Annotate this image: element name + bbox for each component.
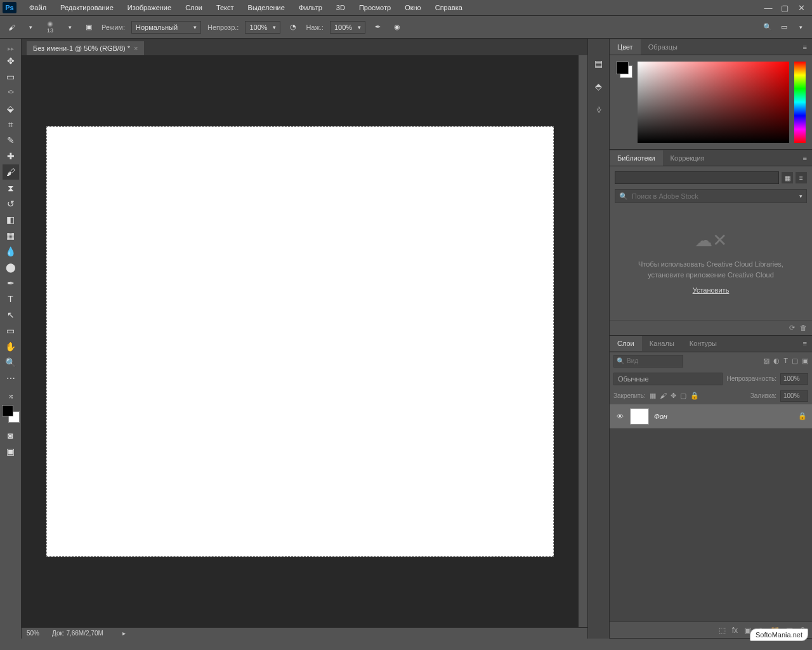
library-dropdown[interactable]	[615, 171, 779, 184]
type-tool[interactable]: T	[3, 291, 19, 307]
lock-all-icon[interactable]: 🔒	[690, 392, 699, 400]
chevron-down-icon[interactable]: ▾	[794, 21, 807, 34]
lock-position-icon[interactable]: ✥	[671, 392, 676, 400]
filter-pixel-icon[interactable]: ▨	[763, 357, 769, 365]
lock-artboard-icon[interactable]: ▢	[680, 392, 686, 400]
history-panel-icon[interactable]: ▤	[592, 56, 606, 70]
layer-fx-icon[interactable]: fx	[732, 626, 738, 635]
filter-adjust-icon[interactable]: ◐	[773, 357, 780, 365]
shape-tool[interactable]: ▭	[3, 323, 19, 338]
path-select-tool[interactable]: ↖	[3, 307, 19, 322]
screenmode-tool[interactable]: ▣	[3, 444, 19, 459]
tab-adjustments[interactable]: Коррекция	[663, 150, 712, 166]
lasso-tool[interactable]: ⌔	[3, 85, 19, 100]
flow-input[interactable]: 100%▾	[330, 21, 365, 34]
menu-3d[interactable]: 3D	[330, 1, 351, 14]
stamp-tool[interactable]: ⧗	[3, 180, 19, 196]
lock-transparent-icon[interactable]: ▦	[650, 392, 656, 400]
tab-paths[interactable]: Контуры	[682, 336, 724, 351]
menu-image[interactable]: Изображение	[121, 1, 178, 14]
tab-channels[interactable]: Каналы	[642, 336, 682, 351]
lock-pixels-icon[interactable]: 🖌	[660, 392, 667, 400]
grid-view-icon[interactable]: ▦	[782, 172, 793, 183]
menu-edit[interactable]: Редактирование	[54, 1, 120, 14]
history-brush-tool[interactable]: ↺	[3, 196, 19, 211]
panel-menu-icon[interactable]: ≡	[798, 43, 812, 51]
blur-tool[interactable]: 💧	[3, 244, 19, 259]
properties-panel-icon[interactable]: ⬘	[592, 79, 606, 93]
list-view-icon[interactable]: ≡	[796, 172, 807, 183]
search-icon[interactable]: 🔍	[761, 21, 774, 34]
menu-layers[interactable]: Слои	[179, 1, 209, 14]
hand-tool[interactable]: ✋	[3, 339, 19, 354]
dodge-tool[interactable]: ⬤	[3, 260, 19, 275]
marquee-tool[interactable]: ▭	[3, 69, 19, 84]
layer-filter-input[interactable]	[627, 357, 680, 364]
panel-menu-icon[interactable]: ≡	[798, 154, 812, 162]
library-search[interactable]: 🔍 ▾	[615, 189, 807, 203]
pen-tool[interactable]: ✒	[3, 275, 19, 291]
menu-view[interactable]: Просмотр	[353, 1, 397, 14]
canvas[interactable]	[46, 126, 554, 557]
eraser-tool[interactable]: ◧	[3, 212, 19, 227]
cloud-sync-icon[interactable]: ⟳	[789, 324, 795, 332]
tab-libraries[interactable]: Библиотеки	[610, 150, 663, 166]
document-tab[interactable]: Без имени-1 @ 50% (RGB/8) * ×	[27, 41, 144, 55]
close-icon[interactable]: ×	[134, 44, 138, 52]
tab-color[interactable]: Цвет	[610, 39, 641, 55]
menu-help[interactable]: Справка	[429, 1, 469, 14]
pressure-size-icon[interactable]: ◉	[391, 21, 403, 34]
panel-menu-icon[interactable]: ≡	[798, 340, 812, 347]
hue-slider[interactable]	[794, 62, 806, 143]
menu-select[interactable]: Выделение	[242, 1, 291, 14]
menu-window[interactable]: Окно	[398, 1, 428, 14]
vertical-scrollbar[interactable]	[579, 55, 587, 627]
healing-tool[interactable]: ✚	[3, 149, 19, 164]
crop-tool[interactable]: ⌗	[3, 117, 19, 132]
chevron-down-icon[interactable]: ▾	[799, 193, 802, 199]
workspace-switcher[interactable]: ▭	[778, 21, 790, 34]
zoom-level[interactable]: 50%	[27, 630, 39, 637]
link-layers-icon[interactable]: ⬚	[719, 626, 726, 635]
brush-tool[interactable]: 🖌	[3, 164, 19, 180]
menu-text[interactable]: Текст	[210, 1, 240, 14]
menu-filter[interactable]: Фильтр	[292, 1, 329, 14]
color-preview[interactable]	[616, 62, 632, 78]
chevron-down-icon[interactable]: ▾	[24, 21, 37, 34]
layer-thumbnail[interactable]	[630, 408, 649, 425]
color-field[interactable]	[638, 62, 789, 143]
gradient-tool[interactable]: ▦	[3, 228, 19, 243]
visibility-icon[interactable]: 👁	[615, 413, 625, 420]
layer-filter-dropdown[interactable]: 🔍	[613, 355, 683, 368]
eyedropper-tool[interactable]: ✎	[3, 133, 19, 148]
fg-color-chip[interactable]	[616, 62, 629, 74]
more-tools[interactable]: ⋯	[3, 371, 19, 386]
airbrush-icon[interactable]: ✒	[372, 21, 384, 34]
blend-mode-dropdown[interactable]: Нормальный▾	[131, 21, 201, 34]
canvas-background[interactable]	[22, 55, 579, 627]
menu-file[interactable]: Файл	[23, 1, 53, 14]
swap-colors-icon[interactable]: ⤭	[3, 392, 19, 401]
minimize-button[interactable]: —	[760, 1, 776, 14]
layer-name[interactable]: Фон	[654, 413, 793, 420]
character-panel-icon[interactable]: ⎀	[592, 102, 606, 116]
foreground-color-swatch[interactable]	[2, 405, 13, 416]
pressure-opacity-icon[interactable]: ◔	[287, 21, 299, 34]
layer-fill-input[interactable]: 100%	[780, 390, 808, 402]
maximize-button[interactable]: ▢	[776, 1, 793, 14]
color-swatches[interactable]	[2, 405, 20, 423]
tool-preset-icon[interactable]: 🖌	[5, 21, 18, 34]
brush-preset-picker[interactable]: 13	[43, 20, 57, 34]
install-link[interactable]: Установить	[693, 285, 730, 296]
quick-select-tool[interactable]: ⬙	[3, 101, 19, 116]
trash-icon[interactable]: 🗑	[800, 324, 807, 331]
filter-shape-icon[interactable]: ▢	[792, 357, 798, 365]
brush-panel-toggle[interactable]: ▣	[82, 21, 95, 34]
layer-item[interactable]: 👁 Фон 🔒	[610, 404, 812, 429]
move-tool[interactable]: ✥	[3, 53, 19, 69]
filter-smart-icon[interactable]: ▣	[802, 357, 808, 365]
status-chevron-icon[interactable]: ▸	[122, 630, 126, 637]
filter-type-icon[interactable]: T	[783, 357, 788, 365]
chevron-down-icon[interactable]: ▾	[63, 21, 76, 34]
close-button[interactable]: ✕	[793, 1, 809, 14]
